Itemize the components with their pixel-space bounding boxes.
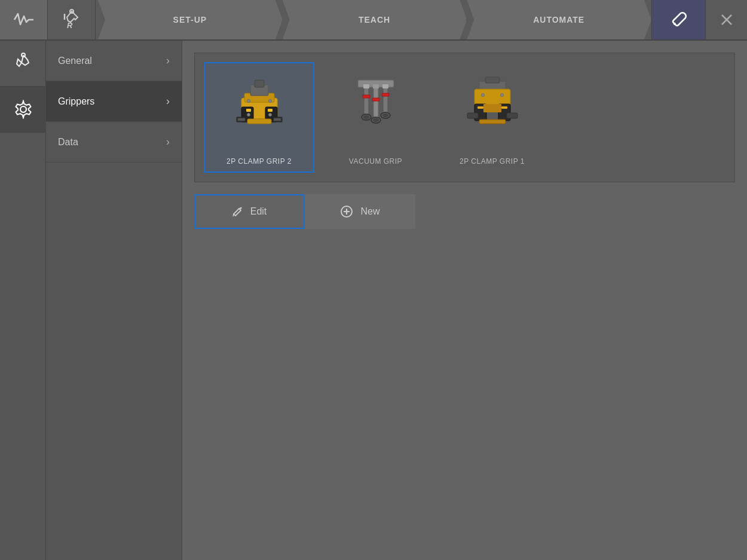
svg-rect-47 bbox=[507, 113, 518, 118]
svg-point-35 bbox=[373, 118, 379, 122]
tab-automate-label: AUTOMATE bbox=[533, 15, 584, 25]
svg-rect-15 bbox=[246, 109, 251, 112]
svg-rect-25 bbox=[364, 87, 369, 114]
menu-general-label: General bbox=[58, 56, 92, 66]
svg-point-51 bbox=[500, 93, 503, 96]
svg-rect-28 bbox=[363, 95, 370, 98]
plus-circle-icon bbox=[340, 205, 353, 218]
gripper-card-vacuum[interactable]: VACUUM GRIP bbox=[320, 62, 431, 173]
sidebar-settings-icon[interactable] bbox=[0, 87, 46, 133]
svg-rect-16 bbox=[268, 109, 273, 112]
new-button[interactable]: New bbox=[305, 194, 415, 229]
svg-rect-27 bbox=[383, 87, 388, 112]
svg-line-53 bbox=[233, 214, 234, 216]
edit-label: Edit bbox=[250, 206, 267, 217]
sidebar-robot-icon[interactable] bbox=[0, 41, 46, 87]
tab-teach-label: TEACH bbox=[359, 15, 390, 25]
svg-point-34 bbox=[363, 115, 369, 119]
gripper-image-clamp2 bbox=[221, 69, 298, 147]
menu-data-label: Data bbox=[58, 137, 78, 148]
tab-setup[interactable]: SET-UP bbox=[98, 0, 283, 39]
menu-item-general[interactable]: General › bbox=[46, 41, 182, 81]
wrench-btn[interactable] bbox=[651, 0, 705, 39]
waveform-icon-btn[interactable] bbox=[0, 0, 48, 39]
sidebar bbox=[0, 41, 46, 560]
content-area: 2P CLAMP GRIP 2 bbox=[182, 41, 747, 560]
gripper-card-2p-clamp-1[interactable]: 2P CLAMP GRIP 1 bbox=[437, 62, 547, 173]
svg-rect-29 bbox=[372, 98, 379, 101]
svg-point-17 bbox=[247, 99, 250, 102]
svg-rect-21 bbox=[247, 119, 271, 124]
svg-rect-26 bbox=[374, 87, 378, 117]
svg-rect-39 bbox=[382, 84, 388, 88]
tab-automate[interactable]: AUTOMATE bbox=[467, 0, 651, 39]
gripper-label-2p-clamp-2: 2P CLAMP GRIP 2 bbox=[226, 157, 292, 166]
top-nav: R SET-UP TEACH AUTOMATE bbox=[0, 0, 747, 41]
close-btn[interactable] bbox=[705, 0, 747, 39]
svg-rect-38 bbox=[373, 84, 379, 88]
svg-point-2 bbox=[673, 23, 676, 25]
svg-rect-41 bbox=[485, 77, 500, 83]
tab-setup-label: SET-UP bbox=[173, 15, 207, 25]
new-label: New bbox=[360, 206, 379, 217]
action-buttons: Edit New bbox=[194, 194, 735, 229]
menu-grippers-label: Grippers bbox=[58, 96, 94, 107]
gripper-grid: 2P CLAMP GRIP 2 bbox=[194, 53, 735, 182]
svg-rect-23 bbox=[274, 118, 281, 121]
svg-point-20 bbox=[268, 113, 271, 116]
menu-item-grippers[interactable]: Grippers › bbox=[46, 81, 182, 122]
main-layout: General › Grippers › Data › bbox=[0, 41, 747, 560]
svg-rect-49 bbox=[501, 106, 507, 109]
svg-rect-37 bbox=[363, 84, 369, 88]
gripper-card-2p-clamp-2[interactable]: 2P CLAMP GRIP 2 bbox=[204, 62, 314, 173]
svg-rect-30 bbox=[382, 93, 389, 96]
robot-icon-btn[interactable]: R bbox=[48, 0, 96, 39]
edit-button[interactable]: Edit bbox=[194, 194, 305, 229]
svg-rect-46 bbox=[467, 113, 478, 118]
menu-item-data[interactable]: Data › bbox=[46, 122, 182, 163]
svg-point-6 bbox=[20, 106, 26, 112]
chevron-right-icon-2: › bbox=[166, 95, 170, 108]
svg-point-18 bbox=[268, 99, 271, 102]
chevron-right-icon: › bbox=[166, 54, 170, 67]
svg-rect-48 bbox=[477, 106, 483, 109]
gripper-image-vacuum bbox=[337, 69, 415, 147]
tab-teach[interactable]: TEACH bbox=[283, 0, 467, 39]
svg-rect-52 bbox=[479, 120, 506, 124]
svg-rect-10 bbox=[255, 80, 264, 87]
pencil-icon bbox=[232, 206, 243, 217]
menu-panel: General › Grippers › Data › bbox=[46, 41, 182, 560]
svg-rect-22 bbox=[238, 118, 245, 121]
svg-point-50 bbox=[481, 93, 484, 96]
gripper-image-clamp1 bbox=[454, 69, 531, 147]
chevron-right-icon-3: › bbox=[166, 136, 170, 148]
svg-point-19 bbox=[247, 113, 250, 116]
gripper-label-vacuum: VACUUM GRIP bbox=[349, 157, 402, 166]
gripper-label-2p-clamp-1: 2P CLAMP GRIP 1 bbox=[460, 157, 525, 166]
svg-rect-45 bbox=[483, 104, 501, 112]
svg-point-36 bbox=[382, 114, 388, 117]
svg-text:R: R bbox=[67, 21, 73, 30]
